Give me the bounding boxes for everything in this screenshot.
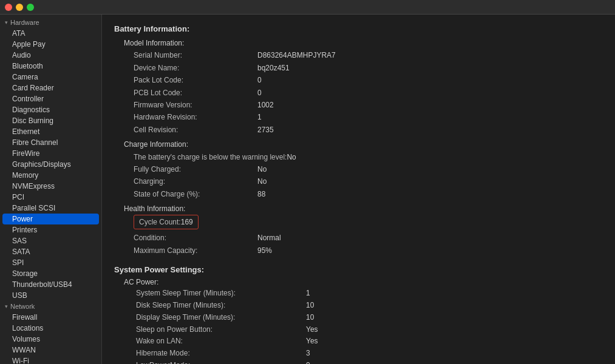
- row-value: 2735: [257, 124, 274, 136]
- sidebar-item-diagnostics[interactable]: Diagnostics: [0, 104, 101, 115]
- charge-info-table: Charge Information:The battery's charge …: [124, 138, 603, 200]
- sidebar-section-hardware[interactable]: ▾Hardware: [0, 17, 101, 28]
- row-value: 169: [181, 218, 193, 226]
- row-label: System Sleep Timer (Minutes):: [136, 288, 306, 300]
- model-info-label: Model Information:: [124, 37, 603, 49]
- row-value: No: [287, 151, 296, 163]
- row-label: Pack Lot Code:: [124, 74, 257, 86]
- sidebar-item-storage[interactable]: Storage: [0, 268, 101, 279]
- row-label: Device Name:: [124, 62, 257, 74]
- row-label: Serial Number:: [124, 49, 257, 61]
- sidebar-item-ethernet[interactable]: Ethernet: [0, 126, 101, 137]
- sidebar-item-pci[interactable]: PCI: [0, 192, 101, 203]
- content-area: Battery Information:Model Information:Se…: [102, 15, 615, 364]
- sidebar-item-ata[interactable]: ATA: [0, 28, 101, 39]
- sidebar-section-network[interactable]: ▾Network: [0, 301, 101, 312]
- sidebar: ▾HardwareATAApple PayAudioBluetoothCamer…: [0, 15, 102, 364]
- sidebar-item-printers[interactable]: Printers: [0, 224, 101, 235]
- row-value: 0: [306, 360, 310, 364]
- row-label: Display Sleep Timer (Minutes):: [136, 312, 306, 324]
- sidebar-item-bluetooth[interactable]: Bluetooth: [0, 61, 101, 72]
- sidebar-item-firewire[interactable]: FireWire: [0, 148, 101, 159]
- sidebar-item-memory[interactable]: Memory: [0, 170, 101, 181]
- sidebar-item-wwan[interactable]: WWAN: [0, 345, 101, 356]
- sidebar-item-fibre-channel[interactable]: Fibre Channel: [0, 137, 101, 148]
- info-row: Wake on LAN:Yes: [136, 335, 603, 348]
- info-row: Serial Number:D863264ABMHPJYRA7: [124, 49, 603, 61]
- ac-power-table: System Sleep Timer (Minutes):1Disk Sleep…: [136, 288, 603, 364]
- row-label: State of Charge (%):: [124, 188, 257, 200]
- sidebar-item-volumes[interactable]: Volumes: [0, 334, 101, 345]
- row-label: The battery's charge is below the warnin…: [124, 151, 287, 163]
- sidebar-item-graphics-displays[interactable]: Graphics/Displays: [0, 159, 101, 170]
- health-info-label: Health Information:: [124, 203, 603, 215]
- row-label: Condition:: [124, 232, 257, 244]
- info-row: Disk Sleep Timer (Minutes):10: [136, 300, 603, 312]
- sidebar-item-thunderbolt-usb4[interactable]: Thunderbolt/USB4: [0, 279, 101, 290]
- row-value: 3: [306, 348, 310, 360]
- row-value: 0: [257, 87, 262, 99]
- arrow-icon: ▾: [5, 19, 8, 25]
- row-label: Wake on LAN:: [136, 335, 306, 348]
- sidebar-item-power[interactable]: Power: [2, 214, 99, 224]
- row-label: Cycle Count:: [139, 218, 181, 226]
- system-power-title: System Power Settings:: [114, 265, 603, 274]
- row-label: PCB Lot Code:: [124, 87, 257, 99]
- info-row: Sleep on Power Button:Yes: [136, 324, 603, 336]
- row-value: No: [257, 175, 267, 187]
- sidebar-item-usb[interactable]: USB: [0, 290, 101, 301]
- minimize-button[interactable]: [16, 4, 23, 11]
- sidebar-item-nvmexpress[interactable]: NVMExpress: [0, 181, 101, 192]
- row-value: Yes: [306, 335, 318, 348]
- health-info-table: Health Information:Cycle Count:169Condit…: [124, 203, 603, 257]
- model-info-table: Model Information:Serial Number:D863264A…: [124, 37, 603, 136]
- sidebar-item-camera[interactable]: Camera: [0, 72, 101, 83]
- sidebar-item-firewall[interactable]: Firewall: [0, 312, 101, 323]
- row-label: Cell Revision:: [124, 124, 257, 136]
- info-row: Maximum Capacity:95%: [124, 244, 603, 257]
- info-row: The battery's charge is below the warnin…: [124, 151, 603, 163]
- battery-info-title: Battery Information:: [114, 24, 603, 33]
- info-row: PCB Lot Code:0: [124, 87, 603, 99]
- row-label: Hibernate Mode:: [136, 348, 306, 360]
- row-value: 88: [257, 188, 265, 200]
- row-value: bq20z451: [257, 62, 290, 74]
- info-row: Firmware Version:1002: [124, 99, 603, 111]
- sidebar-item-wi-fi[interactable]: Wi-Fi: [0, 356, 101, 364]
- sidebar-item-parallel-scsi[interactable]: Parallel SCSI: [0, 203, 101, 214]
- sidebar-item-locations[interactable]: Locations: [0, 323, 101, 334]
- main-content: ▾HardwareATAApple PayAudioBluetoothCamer…: [0, 15, 615, 364]
- cycle-count-highlight: Cycle Count:169: [134, 215, 199, 229]
- health-label: Health Information:: [124, 203, 257, 215]
- row-value: D863264ABMHPJYRA7: [257, 49, 336, 61]
- row-label: LowPowerMode:: [136, 360, 306, 364]
- sidebar-item-disc-burning[interactable]: Disc Burning: [0, 115, 101, 126]
- sidebar-item-sata[interactable]: SATA: [0, 246, 101, 257]
- sidebar-item-controller[interactable]: Controller: [0, 93, 101, 104]
- sidebar-item-sas[interactable]: SAS: [0, 235, 101, 246]
- row-value: 10: [306, 312, 314, 324]
- sidebar-item-spi[interactable]: SPI: [0, 257, 101, 268]
- info-row: System Sleep Timer (Minutes):1: [136, 288, 603, 300]
- row-label: Hardware Revision:: [124, 111, 257, 123]
- row-value: No: [257, 163, 267, 175]
- traffic-lights: [5, 4, 34, 11]
- close-button[interactable]: [5, 4, 12, 11]
- row-value: 10: [306, 300, 314, 312]
- row-label: Sleep on Power Button:: [136, 324, 306, 336]
- sidebar-item-card-reader[interactable]: Card Reader: [0, 83, 101, 93]
- sidebar-item-audio[interactable]: Audio: [0, 50, 101, 61]
- row-value: 0: [257, 74, 262, 86]
- ac-power-section: AC Power:System Sleep Timer (Minutes):1D…: [124, 278, 603, 364]
- row-label: Fully Charged:: [124, 163, 257, 175]
- info-row: Device Name:bq20z451: [124, 62, 603, 74]
- maximize-button[interactable]: [27, 4, 34, 11]
- info-row: Fully Charged:No: [124, 163, 603, 175]
- info-row: Hardware Revision:1: [124, 111, 603, 123]
- row-value: Yes: [306, 324, 318, 336]
- sidebar-item-apple-pay[interactable]: Apple Pay: [0, 39, 101, 50]
- row-value: 1: [306, 288, 310, 300]
- row-value: Normal: [257, 232, 281, 244]
- info-row: Pack Lot Code:0: [124, 74, 603, 86]
- info-row: Charging:No: [124, 175, 603, 187]
